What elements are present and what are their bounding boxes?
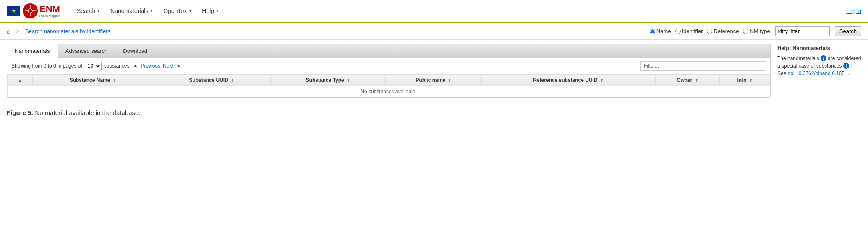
- col-public-name[interactable]: Public name ⇕: [386, 75, 482, 86]
- enm-brand-text: ENM: [39, 4, 60, 14]
- top-navigation: ★ ENM eNanoMapper Search ▼: [0, 0, 868, 23]
- info-icon-2[interactable]: i: [843, 63, 849, 69]
- radio-name-input[interactable]: [650, 29, 655, 34]
- showing-text: Showing from 0 to 0 in pages of: [11, 63, 82, 69]
- sort-asc-icon: ▲: [18, 78, 22, 83]
- col-ref-uuid[interactable]: Reference substance UUID ⇕: [481, 75, 655, 86]
- search-bar: ⌂ > Search nanomaterials by identifiers …: [0, 23, 868, 40]
- next-link[interactable]: Next: [163, 63, 173, 69]
- col-index[interactable]: ▲: [8, 75, 33, 86]
- sort-publicname-icon: ⇕: [448, 78, 451, 83]
- help-title: Help: Nanomaterials: [777, 44, 861, 52]
- col-substance-name[interactable]: Substance Name ⇕: [33, 75, 153, 86]
- tab-download[interactable]: Download: [115, 44, 155, 58]
- next-arrow-btn[interactable]: ►: [176, 63, 182, 68]
- sort-uuid-icon: ⇕: [231, 78, 234, 83]
- sort-owner-icon: ⇕: [695, 78, 698, 83]
- tab-advanced-search[interactable]: Advanced search: [58, 44, 115, 58]
- substances-label: substances: [104, 63, 130, 69]
- main-content: Nanomaterials Advanced search Download S…: [0, 40, 868, 102]
- figure-text: No material available in the database.: [35, 109, 141, 116]
- enm-logo-icon: [23, 3, 38, 18]
- sort-refuuid-icon: ⇕: [600, 78, 604, 83]
- search-dropdown-arrow: ▼: [97, 9, 100, 13]
- home-icon[interactable]: ⌂: [7, 28, 10, 35]
- search-input[interactable]: [775, 26, 830, 36]
- sort-name-icon: ⇕: [113, 78, 116, 83]
- figure-label: Figure 5:: [7, 109, 33, 116]
- nav-links: Search ▼ Nanomaterials ▼ OpenTox ▼ Help …: [73, 5, 847, 17]
- tabs-header: Nanomaterials Advanced search Download: [7, 44, 770, 58]
- empty-message: No substances available.: [8, 86, 770, 97]
- col-substance-type[interactable]: Substance Type ⇕: [270, 75, 385, 86]
- help-text: The nanomaterials i are considered a spe…: [777, 55, 861, 77]
- opentox-dropdown-arrow: ▼: [188, 9, 192, 13]
- col-owner[interactable]: Owner ⇕: [655, 75, 720, 86]
- doi-link[interactable]: doi:10.3762/binano.6.165: [788, 71, 844, 76]
- nanomaterials-dropdown-arrow: ▼: [149, 9, 153, 13]
- enm-sub-text: eNanoMapper: [39, 14, 60, 18]
- sort-info-icon: ⇕: [749, 78, 753, 83]
- logo-area: ★ ENM eNanoMapper: [7, 3, 60, 18]
- login-link[interactable]: Log in: [847, 8, 861, 14]
- figure-caption: Figure 5: No material available in the d…: [0, 104, 868, 120]
- enm-logo: ENM eNanoMapper: [23, 3, 60, 18]
- nav-item-nanomaterials[interactable]: Nanomaterials ▼: [106, 5, 157, 17]
- radio-identifier-input[interactable]: [675, 29, 681, 34]
- data-table: ▲ Substance Name ⇕ Substance UUID ⇕ Subs…: [7, 74, 770, 97]
- radio-identifier[interactable]: Identifier: [675, 28, 703, 34]
- sort-type-icon: ⇕: [347, 78, 350, 83]
- radio-reference-input[interactable]: [707, 29, 712, 34]
- tabs-panel: Nanomaterials Advanced search Download S…: [7, 44, 771, 98]
- table-header-row: ▲ Substance Name ⇕ Substance UUID ⇕ Subs…: [8, 75, 770, 86]
- tab-nanomaterials[interactable]: Nanomaterials: [7, 44, 58, 58]
- info-icon-1[interactable]: i: [821, 55, 826, 61]
- eu-flag-icon: ★: [7, 6, 20, 16]
- nav-item-help[interactable]: Help ▼: [198, 5, 223, 17]
- help-panel: Help: Nanomaterials The nanomaterials i …: [777, 44, 861, 98]
- external-link-icon: ↗: [847, 71, 850, 76]
- breadcrumb-link[interactable]: Search nanomaterials by identifiers: [25, 28, 110, 34]
- col-substance-uuid[interactable]: Substance UUID ⇕: [153, 75, 270, 86]
- search-options: Name Identifier Reference NM type Search: [650, 26, 861, 36]
- table-empty-row: No substances available.: [8, 86, 770, 97]
- radio-reference[interactable]: Reference: [707, 28, 739, 34]
- nav-item-search[interactable]: Search ▼: [73, 5, 105, 17]
- prev-arrow-btn[interactable]: ◄: [132, 63, 138, 68]
- filter-input[interactable]: [640, 61, 766, 71]
- breadcrumb-separator: >: [16, 28, 19, 34]
- table-toolbar: Showing from 0 to 0 in pages of 10 25 50…: [7, 58, 770, 74]
- radio-nmtype[interactable]: NM type: [743, 28, 770, 34]
- radio-group: Name Identifier Reference NM type: [650, 28, 770, 34]
- nav-item-opentox[interactable]: OpenTox ▼: [159, 5, 196, 17]
- previous-link[interactable]: Previous: [141, 63, 160, 69]
- page-size-select[interactable]: 10 25 50: [85, 62, 102, 70]
- help-dropdown-arrow: ▼: [215, 9, 219, 13]
- search-button[interactable]: Search: [835, 26, 861, 36]
- radio-nmtype-input[interactable]: [743, 29, 748, 34]
- radio-name[interactable]: Name: [650, 28, 671, 34]
- col-info[interactable]: Info ⇕: [720, 75, 770, 86]
